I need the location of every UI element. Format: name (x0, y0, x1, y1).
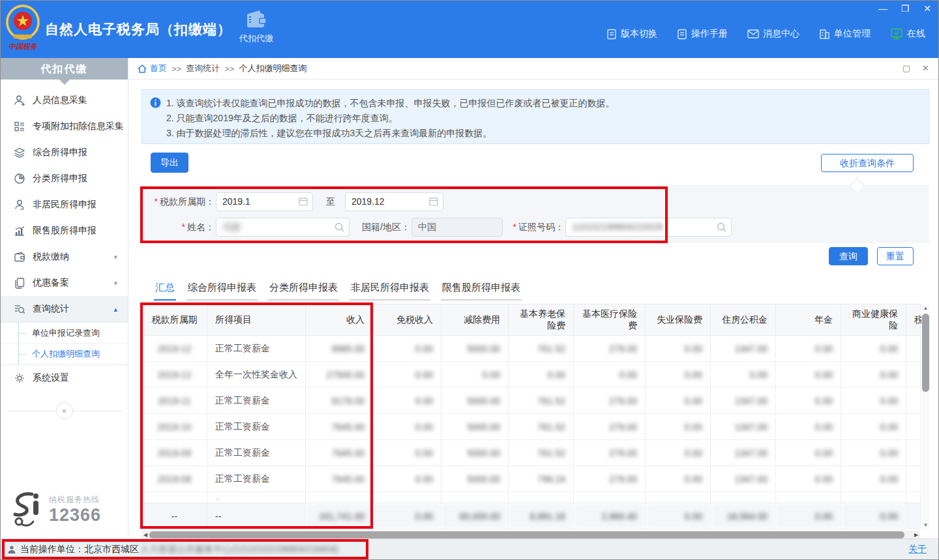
minimize-button[interactable]: — (877, 3, 889, 14)
chevron-down-icon: ▾ (113, 279, 117, 287)
document-icon (606, 29, 617, 40)
table-cell: 0.00 (574, 362, 646, 388)
tab-summary[interactable]: 汇总 (154, 279, 176, 301)
table-row: 2019-08正常工资薪金7645.000.005000.00798.24279… (142, 466, 921, 492)
menu-version-switch[interactable]: 版本切换 (606, 28, 657, 40)
mail-icon (747, 29, 759, 38)
tab-comprehensive-income[interactable]: 综合所得申报表 (186, 279, 258, 301)
table-cell: 161,741.00 (306, 503, 373, 529)
table-cell: 0.00 (841, 336, 906, 362)
menu-online-status[interactable]: 在线 (890, 28, 925, 40)
table-cell: 0.00 (646, 440, 711, 466)
tab-classified-income[interactable]: 分类所得申报表 (268, 279, 339, 301)
table-cell: 18,564.00 (711, 503, 776, 529)
summary-table: 税款所属期所得项目收入免税收入减除费用基本养老保险费基本医疗保险费失业保险费住房… (142, 304, 921, 529)
person-add-icon (14, 95, 25, 106)
calendar-icon[interactable] (299, 197, 308, 206)
calendar-icon[interactable] (429, 197, 438, 206)
table-cell: 正常工资薪金 (207, 440, 306, 466)
table-row: 2019-09正常工资薪金7645.000.005000.00761.52279… (142, 440, 921, 466)
table-column-header: 税款所属期 (142, 304, 207, 336)
table-cell: 正常工资薪金 (207, 414, 306, 440)
sidebar-header: 代扣代缴 (1, 58, 128, 80)
table-cell (906, 388, 921, 414)
table-cell: 5000.00 (441, 388, 509, 414)
table-column-header: 减除费用 (441, 304, 509, 336)
panel-maximize-icon[interactable]: ▢ (902, 63, 910, 73)
breadcrumb-home[interactable]: 首页 (138, 63, 167, 74)
menu-unit-management[interactable]: 单位管理 (819, 28, 871, 40)
sidebar-item-restricted-stock[interactable]: 限售股所得申报 (1, 218, 128, 244)
name-input[interactable]: 马蕾 (216, 218, 350, 237)
table-cell: 0.00 (373, 503, 441, 529)
period-from-input[interactable]: 2019.1 (216, 192, 313, 211)
table-cell: 60,000.00 (441, 503, 509, 529)
vertical-scroll-thumb[interactable] (922, 314, 929, 392)
search-icon[interactable] (717, 222, 726, 232)
current-unit-blurred: 人力资源公共服务中心(12110102196804218404) (140, 544, 338, 555)
sidebar-item-system-settings[interactable]: 系统设置 (1, 365, 128, 391)
fold-query-conditions-button[interactable]: 收折查询条件 (821, 154, 914, 172)
to-label: 至 (323, 192, 338, 211)
sidebar-menu: 人员信息采集 专项附加扣除信息采集 综合所得申报 分类所得申报 非居民所得申报 … (1, 87, 128, 420)
horizontal-scroll-thumb[interactable] (149, 531, 904, 538)
sidebar-item-classified-income[interactable]: 分类所得申报 (1, 166, 128, 192)
close-button[interactable]: ✕ (921, 3, 933, 14)
about-link[interactable]: 关于 (908, 544, 927, 555)
table-cell: 27500.00 (306, 362, 373, 388)
table-cell: 0.00 (441, 362, 509, 388)
sidebar-item-personnel-info[interactable]: 人员信息采集 (1, 87, 128, 113)
panel-close-icon[interactable]: ✕ (922, 63, 929, 73)
sidebar-item-nonresident-income[interactable]: 非居民所得申报 (1, 192, 128, 218)
vertical-scrollbar[interactable]: ▲ ▼ (921, 304, 930, 529)
sidebar-item-label: 税款缴纳 (33, 251, 69, 263)
table-cell: 0.00 (373, 336, 441, 362)
menu-message-center[interactable]: 消息中心 (747, 28, 799, 40)
building-icon (819, 29, 830, 39)
export-button[interactable]: 导出 (151, 153, 188, 173)
table-cell: 0.00 (646, 388, 711, 414)
table-cell (373, 492, 441, 503)
tab-nonresident-income[interactable]: 非居民所得申报表 (350, 279, 430, 301)
table-cell: 0.00 (373, 466, 441, 492)
emblem-caption: 中国税务 (8, 42, 38, 50)
table-cell: 7645.00 (306, 466, 373, 492)
menu-manual[interactable]: 操作手册 (677, 28, 728, 40)
gear-icon (14, 372, 25, 384)
table-cell: 8,991.16 (509, 503, 574, 529)
table-cell (906, 503, 921, 529)
tab-restricted-stock[interactable]: 限售股所得申报表 (441, 279, 522, 301)
scroll-down-arrow[interactable]: ▼ (921, 522, 930, 529)
table-cell: 279.00 (574, 336, 646, 362)
sidebar-subitem-unit-declaration-query[interactable]: 单位申报记录查询 (1, 323, 128, 344)
sidebar-item-label: 查询统计 (33, 303, 69, 315)
table-cell: 1347.00 (711, 440, 776, 466)
id-number-input[interactable]: 110102199904222029 (565, 218, 732, 237)
sidebar-item-comprehensive-income[interactable]: 综合所得申报 (1, 140, 128, 166)
sidebar-item-special-deduction[interactable]: 专项附加扣除信息采集 (1, 113, 128, 140)
period-to-input[interactable]: 2019.12 (345, 192, 443, 211)
layers-icon (14, 147, 25, 158)
table-cell: 2019-10 (142, 414, 207, 440)
sidebar-subitem-personal-withholding-query[interactable]: 个人扣缴明细查询 (1, 344, 128, 364)
table-column-header: 失业保险费 (646, 304, 711, 336)
search-button[interactable]: 查询 (829, 247, 868, 265)
sidebar-item-preferential-filing[interactable]: 优惠备案 ▾ (1, 270, 128, 296)
table-cell: 0.00 (776, 503, 841, 529)
table-cell: 1347.00 (711, 414, 776, 440)
sidebar-item-tax-payment[interactable]: 税款缴纳 ▾ (1, 244, 128, 270)
table-cell: 279.00 (574, 466, 646, 492)
table-cell: 0.00 (646, 414, 711, 440)
menu-label: 在线 (907, 28, 925, 40)
sidebar-item-query-statistics[interactable]: 查询统计 ▴ (1, 296, 128, 322)
restore-button[interactable]: ❐ (899, 3, 911, 14)
documents-icon (14, 277, 25, 289)
table-column-header: 基本医疗保险费 (574, 304, 646, 336)
nav-withholding[interactable]: 代扣代缴 (230, 10, 282, 55)
scroll-up-arrow[interactable]: ▲ (921, 304, 930, 312)
table-cell: 279.00 (574, 414, 646, 440)
reset-button[interactable]: 重置 (877, 247, 914, 265)
breadcrumb-home-label: 首页 (150, 63, 167, 74)
sidebar-collapse-button[interactable]: « (56, 402, 73, 419)
search-icon[interactable] (335, 222, 344, 232)
